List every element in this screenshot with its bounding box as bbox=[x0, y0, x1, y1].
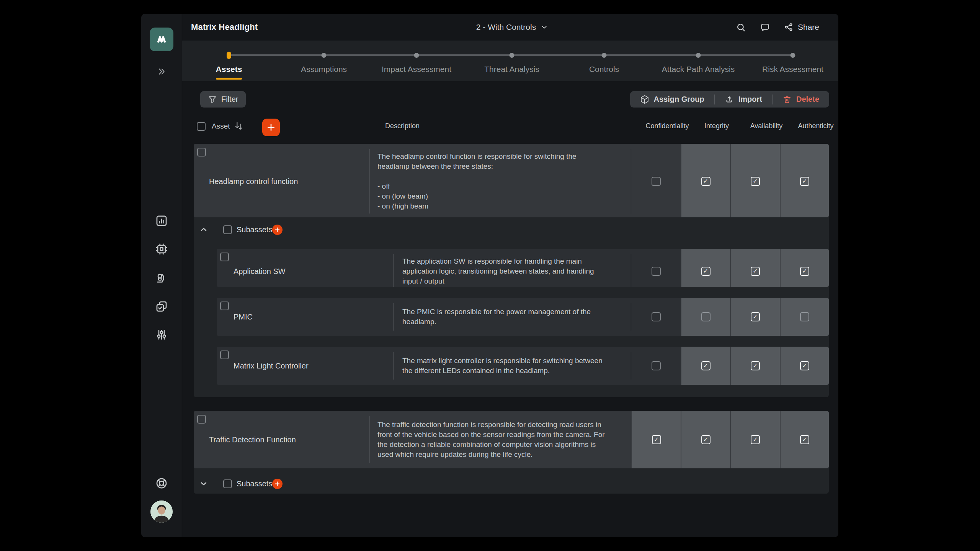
authenticity-cell bbox=[780, 411, 829, 468]
tab-risk-assessment[interactable]: Risk Assessment bbox=[762, 62, 823, 77]
sidebar-collapse-button[interactable] bbox=[157, 67, 167, 77]
assign-group-button[interactable]: Assign Group bbox=[630, 95, 714, 104]
sidebar-item-controls[interactable] bbox=[155, 300, 168, 313]
authenticity-checkbox[interactable] bbox=[800, 435, 809, 444]
asset-row-headlamp-control-function[interactable]: Headlamp control function The headlamp c… bbox=[194, 144, 829, 217]
row-select-checkbox[interactable] bbox=[197, 415, 206, 424]
sidebar-item-hardware[interactable] bbox=[155, 243, 168, 256]
progress-dot-impact-assessment bbox=[414, 53, 419, 58]
availability-checkbox[interactable] bbox=[751, 435, 760, 444]
confidentiality-checkbox[interactable] bbox=[652, 267, 661, 276]
authenticity-checkbox[interactable] bbox=[800, 267, 809, 276]
confidentiality-checkbox[interactable] bbox=[652, 312, 661, 321]
chevron-down-icon bbox=[541, 23, 548, 31]
subasset-row-matrix-light-controller[interactable]: Matrix Light Controller The matrix light… bbox=[217, 347, 829, 385]
search-icon bbox=[736, 22, 746, 33]
select-all-checkbox[interactable] bbox=[197, 122, 206, 131]
sidebar bbox=[141, 14, 182, 537]
confidentiality-checkbox[interactable] bbox=[652, 361, 661, 370]
sidebar-item-help[interactable] bbox=[155, 477, 168, 490]
asset-description: The PMIC is responsible for the power ma… bbox=[394, 299, 598, 334]
subassets-select-checkbox[interactable] bbox=[223, 225, 232, 234]
asset-group: Headlamp control function The headlamp c… bbox=[194, 144, 829, 397]
subasset-row-pmic[interactable]: PMIC The PMIC is responsible for the pow… bbox=[217, 298, 829, 336]
row-select-checkbox[interactable] bbox=[220, 302, 229, 310]
delete-button[interactable]: Delete bbox=[773, 95, 829, 104]
asset-description: The headlamp control function is respons… bbox=[370, 144, 584, 217]
integrity-cell bbox=[681, 298, 730, 336]
authenticity-cell bbox=[780, 298, 829, 336]
collapse-subassets-button[interactable] bbox=[199, 225, 208, 234]
filter-button[interactable]: Filter bbox=[200, 91, 246, 108]
expand-subassets-button[interactable] bbox=[199, 479, 208, 488]
tab-impact-assessment[interactable]: Impact Assessment bbox=[382, 62, 451, 77]
sidebar-item-analysis[interactable] bbox=[155, 272, 168, 285]
progress-dot-controls bbox=[602, 53, 607, 58]
authenticity-checkbox[interactable] bbox=[800, 312, 809, 321]
tab-assets[interactable]: Assets bbox=[216, 62, 242, 77]
integrity-checkbox[interactable] bbox=[701, 312, 710, 321]
integrity-checkbox[interactable] bbox=[701, 435, 710, 444]
asset-description: The matrix light controller is responsib… bbox=[394, 348, 610, 383]
share-button[interactable]: Share bbox=[784, 23, 819, 32]
asset-table: Headlamp control function The headlamp c… bbox=[194, 144, 829, 507]
sliders-icon bbox=[155, 328, 168, 341]
row-select-checkbox[interactable] bbox=[220, 350, 229, 359]
comments-button[interactable] bbox=[760, 22, 770, 33]
tab-threat-analysis[interactable]: Threat Analysis bbox=[484, 62, 539, 77]
subasset-row-application-sw[interactable]: Application SW The application SW is res… bbox=[217, 249, 829, 287]
authenticity-checkbox[interactable] bbox=[800, 361, 809, 370]
funnel-icon bbox=[208, 95, 217, 104]
add-subasset-button[interactable] bbox=[272, 225, 283, 235]
asset-name: Headlamp control function bbox=[209, 144, 298, 217]
top-bar: Matrix Headlight 2 - With Controls bbox=[182, 14, 838, 41]
search-button[interactable] bbox=[736, 22, 746, 33]
asset-name: Matrix Light Controller bbox=[234, 347, 309, 385]
active-tab-underline bbox=[216, 78, 242, 80]
integrity-checkbox[interactable] bbox=[701, 267, 710, 276]
plus-icon bbox=[266, 122, 276, 132]
topbar-actions: Share bbox=[736, 14, 819, 41]
subassets-select-checkbox[interactable] bbox=[223, 479, 232, 488]
row-select-checkbox[interactable] bbox=[197, 148, 206, 156]
asset-description: The application SW is responsible for ha… bbox=[394, 249, 602, 287]
asset-name-cell: Matrix Light Controller bbox=[217, 347, 394, 385]
plus-icon bbox=[274, 481, 281, 487]
confidentiality-checkbox[interactable] bbox=[652, 435, 661, 444]
asset-name-cell: Traffic Detection Function bbox=[194, 411, 370, 468]
upload-icon bbox=[725, 95, 734, 104]
integrity-checkbox[interactable] bbox=[701, 361, 710, 370]
availability-checkbox[interactable] bbox=[751, 267, 760, 276]
availability-checkbox[interactable] bbox=[751, 177, 760, 186]
availability-checkbox[interactable] bbox=[751, 312, 760, 321]
main-area: Matrix Headlight 2 - With Controls bbox=[182, 14, 838, 537]
row-select-checkbox[interactable] bbox=[220, 253, 229, 261]
import-button[interactable]: Import bbox=[715, 95, 772, 104]
plus-icon bbox=[274, 227, 281, 233]
version-selector[interactable]: 2 - With Controls bbox=[476, 14, 548, 41]
bulk-action-bar: Assign Group Import bbox=[630, 91, 829, 108]
authenticity-checkbox[interactable] bbox=[800, 177, 809, 186]
chat-bubble-icon bbox=[760, 22, 770, 33]
add-subasset-button[interactable] bbox=[272, 479, 283, 489]
availability-checkbox[interactable] bbox=[751, 361, 760, 370]
sidebar-item-dashboard[interactable] bbox=[155, 214, 168, 227]
assign-group-label: Assign Group bbox=[654, 95, 704, 104]
tab-assumptions[interactable]: Assumptions bbox=[301, 62, 347, 77]
subassets-list: Application SW The application SW is res… bbox=[194, 249, 829, 397]
integrity-checkbox[interactable] bbox=[701, 177, 710, 186]
progress-dot-attack-path-analysis bbox=[696, 53, 701, 58]
confidentiality-checkbox[interactable] bbox=[652, 177, 661, 186]
share-label: Share bbox=[798, 23, 819, 32]
share-icon bbox=[784, 23, 793, 32]
chevron-up-icon bbox=[199, 225, 208, 234]
asset-name: Traffic Detection Function bbox=[209, 411, 296, 468]
tab-attack-path-analysis[interactable]: Attack Path Analysis bbox=[662, 62, 735, 77]
asset-group: Traffic Detection Function The traffic d… bbox=[194, 411, 829, 494]
add-asset-button[interactable] bbox=[262, 119, 280, 136]
sidebar-item-settings[interactable] bbox=[155, 328, 168, 341]
user-avatar[interactable] bbox=[150, 500, 173, 523]
asset-row-traffic-detection-function[interactable]: Traffic Detection Function The traffic d… bbox=[194, 411, 829, 468]
sort-button[interactable] bbox=[234, 121, 244, 131]
tab-controls[interactable]: Controls bbox=[589, 62, 619, 77]
